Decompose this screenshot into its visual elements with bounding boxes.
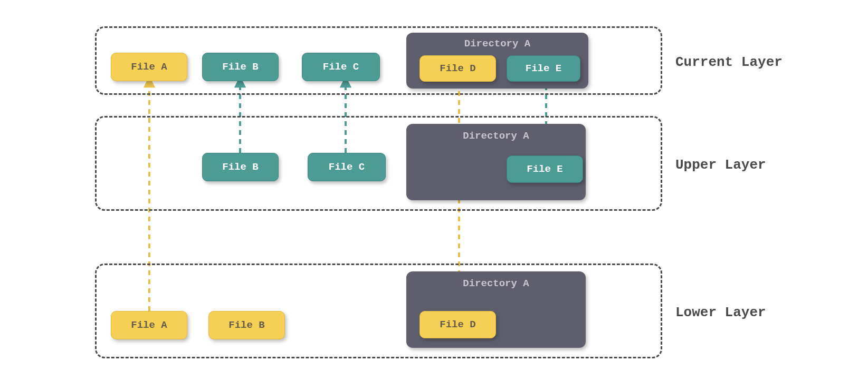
file-b-lower-label: File B	[228, 319, 264, 331]
file-c-current-label: File C	[323, 61, 359, 73]
file-e-current: File E	[507, 55, 580, 82]
file-c-upper: File C	[308, 153, 386, 181]
file-b-lower: File B	[208, 311, 285, 339]
current-layer-label: Current Layer	[675, 54, 783, 70]
file-a-lower: File A	[111, 311, 187, 339]
file-b-current: File B	[202, 53, 279, 81]
directory-a-lower-label: Directory A	[406, 278, 586, 289]
upper-layer-label: Upper Layer	[675, 157, 766, 173]
directory-a-current-label: Directory A	[406, 38, 588, 50]
file-c-upper-label: File C	[329, 161, 365, 173]
file-a-current: File A	[111, 53, 187, 81]
file-b-current-label: File B	[222, 61, 258, 73]
diagram-canvas: Lower Layer Directory A File D File A Fi…	[0, 0, 868, 390]
file-d-lower: File D	[419, 311, 496, 338]
file-a-lower-label: File A	[131, 319, 167, 331]
file-d-current-label: File D	[440, 63, 475, 74]
file-d-lower-label: File D	[440, 319, 475, 330]
file-e-current-label: File E	[526, 63, 561, 74]
file-c-current: File C	[302, 53, 380, 81]
file-b-upper-label: File B	[222, 161, 258, 173]
file-a-current-label: File A	[131, 61, 167, 73]
lower-layer-label: Lower Layer	[675, 305, 766, 320]
file-e-upper: File E	[507, 155, 583, 183]
file-e-upper-label: File E	[527, 163, 562, 175]
file-d-current: File D	[419, 55, 496, 82]
directory-a-upper-label: Directory A	[406, 130, 586, 142]
file-b-upper: File B	[202, 153, 279, 181]
